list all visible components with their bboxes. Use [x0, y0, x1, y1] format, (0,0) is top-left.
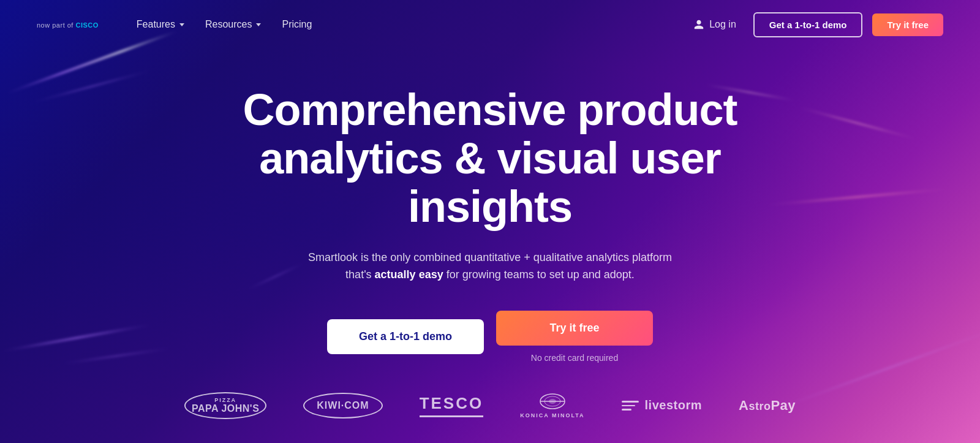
- user-icon: [693, 19, 704, 30]
- nav-features[interactable]: Features: [129, 14, 192, 35]
- logo-subtitle: now part of CISCO: [37, 21, 99, 29]
- cisco-text: CISCO: [75, 21, 98, 29]
- nav-left: smartk smartlok now part of CISCO Featur…: [37, 14, 319, 35]
- logo-area[interactable]: smartk smartlok now part of CISCO: [37, 20, 99, 29]
- hero-title: Comprehensive product analytics & visual…: [214, 86, 766, 232]
- logo-tesco: TESCO: [420, 394, 484, 417]
- nav-demo-label: Get a 1-to-1 demo: [769, 20, 847, 30]
- konica-icon: [539, 393, 566, 410]
- login-label: Log in: [709, 19, 736, 30]
- no-credit-card-text: No credit card required: [531, 353, 618, 363]
- nav-resources-label: Resources: [205, 19, 252, 30]
- logo-livestorm: livestorm: [622, 398, 702, 412]
- hero-try-free-label: Try it free: [549, 322, 599, 334]
- livestorm-label: livestorm: [645, 398, 702, 412]
- hero-subtitle-bold: actually easy: [375, 268, 443, 281]
- logo-kiwi: KIWI·COM: [303, 393, 382, 418]
- logo-tagline-text: now part of: [37, 21, 74, 29]
- nav-resources[interactable]: Resources: [198, 14, 268, 35]
- hero-section: Comprehensive product analytics & visual…: [0, 49, 980, 363]
- logo-konica-minolta: KONICA MINOLTA: [520, 393, 584, 418]
- hero-title-line2: analytics & visual user insights: [259, 134, 720, 231]
- hero-subtitle-end: for growing teams to set up and adopt.: [447, 268, 635, 281]
- nav-try-free-button[interactable]: Try it free: [872, 13, 943, 36]
- hero-try-free-button[interactable]: Try it free: [496, 311, 653, 346]
- login-button[interactable]: Log in: [686, 14, 744, 35]
- logos-bar: PIZZA PAPA JOHN'S KIWI·COM TESCO KONICA …: [0, 392, 980, 419]
- astropay-label: AstroPay: [739, 398, 796, 414]
- hero-demo-label: Get a 1-to-1 demo: [359, 330, 452, 343]
- nav-demo-button[interactable]: Get a 1-to-1 demo: [753, 12, 863, 37]
- nav-pricing[interactable]: Pricing: [274, 14, 319, 35]
- livestorm-lines-icon: [622, 401, 639, 411]
- nav-try-free-label: Try it free: [887, 20, 929, 30]
- nav-right: Log in Get a 1-to-1 demo Try it free: [686, 12, 943, 37]
- cta-group: Try it free No credit card required: [496, 311, 653, 363]
- page-wrapper: smartk smartlok now part of CISCO Featur…: [0, 0, 980, 443]
- hero-title-line1: Comprehensive product: [243, 85, 737, 134]
- logo-papajohns: PIZZA PAPA JOHN'S: [184, 392, 266, 419]
- hero-subtitle: Smartlook is the only combined quantitat…: [300, 249, 680, 284]
- hero-demo-button[interactable]: Get a 1-to-1 demo: [327, 319, 484, 354]
- features-chevron-icon: [179, 23, 184, 26]
- nav-links: Features Resources Pricing: [129, 14, 320, 35]
- nav-features-label: Features: [137, 19, 175, 30]
- hero-ctas: Get a 1-to-1 demo Try it free No credit …: [327, 311, 653, 363]
- logo-astropay: AstroPay: [739, 398, 796, 414]
- nav-pricing-label: Pricing: [282, 19, 312, 30]
- navbar: smartk smartlok now part of CISCO Featur…: [0, 0, 980, 49]
- resources-chevron-icon: [256, 23, 261, 26]
